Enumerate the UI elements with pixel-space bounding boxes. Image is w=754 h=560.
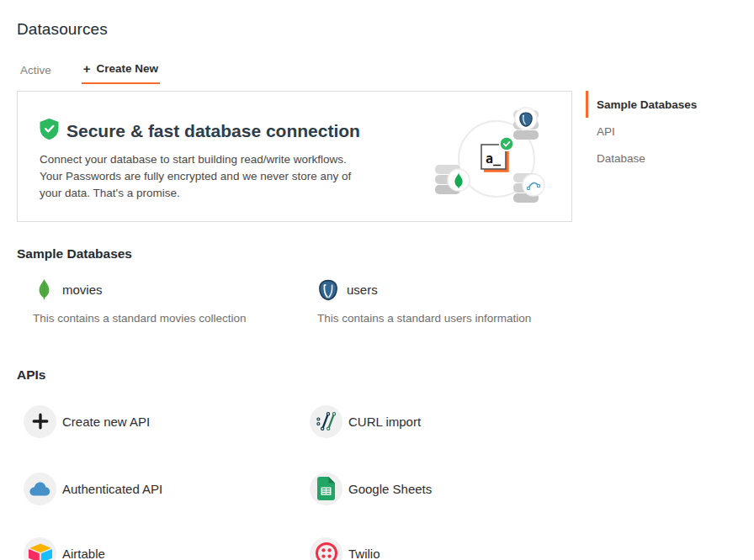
- api-card-label: Airtable: [62, 547, 105, 560]
- page-title: Datasources: [17, 20, 108, 39]
- plus-icon: +: [83, 62, 91, 75]
- banner-description: Connect your database to start building …: [40, 151, 353, 202]
- svg-text:a_: a_: [486, 151, 502, 166]
- shield-check-icon: [40, 119, 59, 143]
- twilio-icon: [310, 537, 342, 560]
- sample-db-description: This contains a standard movies collecti…: [33, 312, 311, 325]
- cloud-icon: [24, 473, 56, 505]
- curl-icon: [310, 405, 342, 438]
- sample-db-users[interactable]: users This contains a standard users inf…: [317, 278, 595, 325]
- tab-active[interactable]: Active: [20, 64, 51, 84]
- sample-db-movies[interactable]: movies This contains a standard movies c…: [33, 278, 311, 325]
- sidebar-item-database[interactable]: Database: [586, 145, 752, 172]
- banner-title: Secure & fast database connection: [66, 121, 360, 141]
- mongodb-icon: [33, 278, 55, 301]
- api-card-label: Authenticated API: [62, 482, 162, 496]
- authenticated-api-card[interactable]: Authenticated API: [24, 472, 162, 505]
- sample-databases-heading: Sample Databases: [17, 246, 132, 262]
- tabs: Active + Create New: [20, 62, 160, 84]
- airtable-card[interactable]: Airtable: [24, 536, 105, 560]
- api-card-label: Create new API: [62, 415, 150, 429]
- airtable-icon: [24, 537, 56, 560]
- check-badge-icon: [500, 137, 513, 151]
- postgresql-badge-icon: [515, 108, 537, 129]
- curl-import-card[interactable]: CURL import: [310, 404, 421, 438]
- plus-icon: [24, 405, 56, 438]
- apis-heading: APIs: [17, 367, 45, 383]
- sidebar-item-sample-databases[interactable]: Sample Databases: [586, 91, 752, 118]
- curve-badge-icon: [523, 174, 544, 196]
- twilio-card[interactable]: Twilio: [310, 536, 380, 560]
- section-nav: Sample Databases API Database: [586, 91, 752, 172]
- api-card-label: Google Sheets: [348, 482, 432, 496]
- sample-db-description: This contains a standard users informati…: [317, 312, 595, 325]
- google-sheets-icon: [310, 473, 342, 505]
- sidebar-item-api[interactable]: API: [586, 118, 752, 145]
- postgresql-icon: [317, 278, 339, 301]
- datasources-page: Datasources Active + Create New Secure &…: [0, 0, 754, 560]
- databases-orbit-illustration: a_: [432, 102, 566, 223]
- tab-create-new[interactable]: + Create New: [82, 62, 160, 84]
- google-sheets-card[interactable]: Google Sheets: [310, 472, 432, 505]
- tab-create-new-label: Create New: [97, 62, 159, 75]
- banner-head: Secure & fast database connection: [40, 119, 360, 143]
- sample-db-name: movies: [62, 283, 103, 297]
- mongodb-badge-icon: [448, 169, 470, 191]
- sample-db-name: users: [347, 283, 378, 297]
- api-card-label: Twilio: [348, 547, 380, 560]
- secure-connection-banner: Secure & fast database connection Connec…: [17, 91, 572, 222]
- create-new-api-card[interactable]: Create new API: [24, 404, 150, 438]
- api-card-label: CURL import: [348, 415, 421, 429]
